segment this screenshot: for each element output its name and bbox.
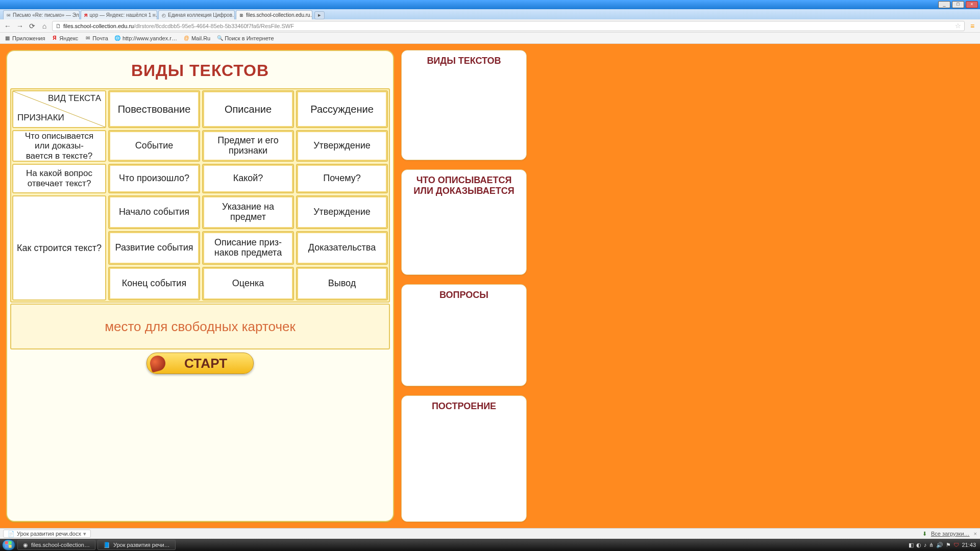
collection-icon: ◴ (162, 12, 166, 18)
chevron-down-icon[interactable]: ▾ (83, 531, 86, 537)
task-chrome[interactable]: ◉files.school-collection… (17, 540, 95, 550)
mail-icon: ✉ (84, 35, 91, 41)
chrome-menu-icon[interactable]: ≡ (968, 21, 977, 31)
header-card-narration[interactable]: Повествование (108, 90, 200, 128)
link-icon: 🌐 (114, 35, 121, 41)
side-card-structure[interactable]: ПОСТРОЕНИЕ (401, 395, 527, 522)
side-column: ВИДЫ ТЕКСТОВ ЧТО ОПИСЫВАЕТСЯ ИЛИ ДОКАЗЫВ… (401, 50, 527, 522)
side-card-types[interactable]: ВИДЫ ТЕКСТОВ (401, 50, 527, 160)
tab-label: Письмо «Re: письмо» — Эл… (13, 12, 80, 18)
card-q2[interactable]: Какой? (202, 164, 294, 193)
url-path: /dlrstore/8cdcdbb5-95e5-4664-85eb-5b3346… (134, 23, 294, 29)
card-end[interactable]: Конец события (108, 267, 200, 300)
page-icon: 🗋 (56, 23, 61, 29)
window-titlebar: _ □ × (0, 0, 980, 9)
new-tab-button[interactable]: ▸ (314, 11, 325, 19)
address-bar[interactable]: 🗋 files.school-collection.edu.ru/dlrstor… (52, 21, 965, 31)
start-button[interactable]: СТАРТ (146, 353, 254, 374)
svg-rect-4 (9, 545, 12, 548)
tab-label: files.school-collection.edu.ru… (246, 12, 312, 18)
tab-label: цор — Яндекс: нашёлся 1 н… (89, 12, 157, 18)
side-card-questions[interactable]: ВОПРОСЫ (401, 284, 527, 386)
word-icon: 📄 (8, 531, 15, 537)
card-eval[interactable]: Оценка (202, 267, 294, 300)
row-label-what: Что описывается или доказы-вается в текс… (12, 130, 106, 162)
flag-icon[interactable]: ⚑ (946, 542, 951, 548)
all-downloads-link[interactable]: Все загрузки… (931, 531, 970, 537)
at-icon: @ (183, 35, 190, 41)
header-card-reasoning[interactable]: Рассуждение (296, 90, 388, 128)
free-cards-area[interactable]: место для свободных карточек (10, 304, 390, 349)
main-panel: ВИДЫ ТЕКСТОВ ВИД ТЕКСТА ПРИЗНАКИ Повеств… (6, 50, 394, 522)
bookmark-mailru[interactable]: @Mail.Ru (183, 35, 210, 41)
yandex-icon: Я (84, 12, 87, 18)
reload-button[interactable]: ⟳ (28, 21, 37, 31)
start-orb[interactable] (2, 539, 15, 550)
bookmark-mail[interactable]: ✉Почта (84, 35, 108, 41)
tray-icon[interactable]: ◧ (909, 542, 914, 548)
search-icon: 🔍 (216, 35, 223, 41)
row-label-structure: Как строится текст? (12, 195, 106, 300)
download-arrow-icon: ⬇ (922, 531, 927, 537)
app-title: ВИДЫ ТЕКСТОВ (7, 61, 393, 80)
page-viewport: ВИДЫ ТЕКСТОВ ВИД ТЕКСТА ПРИЗНАКИ Повеств… (0, 44, 980, 528)
mail-icon: ✉ (7, 12, 11, 18)
bookmark-yandex[interactable]: ЯЯндекс (51, 35, 78, 41)
back-button[interactable]: ← (3, 21, 12, 31)
browser-toolbar: ← → ⟳ ⌂ 🗋 files.school-collection.edu.ru… (0, 19, 980, 33)
browser-tab-0[interactable]: ✉Письмо «Re: письмо» — Эл…× (3, 10, 80, 19)
tray-icon[interactable]: ♪ (924, 542, 927, 548)
taskbar: ◉files.school-collection… 📘Урок развития… (0, 539, 980, 551)
yandex-icon: Я (51, 35, 58, 41)
side-card-what[interactable]: ЧТО ОПИСЫВАЕТСЯ ИЛИ ДОКАЗЫВАЕТСЯ (401, 169, 527, 276)
diag-top: ВИД ТЕКСТА (48, 93, 101, 104)
download-item[interactable]: 📄 Урок развития речи.docx ▾ (3, 530, 91, 538)
system-tray[interactable]: ◧ ◐ ♪ ⋔ 🔊 ⚑ 🛡 21:43 (909, 542, 978, 548)
card-claim[interactable]: Утверждение (296, 195, 388, 229)
card-features[interactable]: Описание приз-наков предмета (202, 231, 294, 265)
network-icon[interactable]: ⋔ (929, 542, 934, 548)
url-host: files.school-collection.edu.ru (63, 23, 134, 29)
window-minimize[interactable]: _ (938, 1, 950, 8)
page-icon: 🗎 (239, 12, 244, 18)
card-subject[interactable]: Предмет и его признаки (202, 130, 294, 162)
browser-tab-2[interactable]: ◴Единая коллекция Цифров…× (158, 10, 235, 19)
diag-bottom: ПРИЗНАКИ (17, 113, 64, 123)
svg-rect-1 (5, 541, 8, 544)
card-event[interactable]: Событие (108, 130, 200, 162)
close-shelf-button[interactable]: × (974, 531, 977, 537)
chrome-icon: ◉ (23, 542, 28, 548)
bookmark-star-icon[interactable]: ☆ (955, 22, 961, 30)
clock[interactable]: 21:43 (962, 542, 976, 548)
card-statement[interactable]: Утверждение (296, 130, 388, 162)
card-develop[interactable]: Развитие события (108, 231, 200, 265)
svg-rect-3 (5, 545, 8, 548)
apps-button[interactable]: ▦Приложения (4, 35, 45, 41)
home-button[interactable]: ⌂ (40, 21, 49, 31)
shield-icon[interactable]: 🛡 (953, 542, 959, 548)
card-begin[interactable]: Начало события (108, 195, 200, 229)
browser-tab-3[interactable]: 🗎files.school-collection.edu.ru…× (236, 10, 312, 19)
header-card-description[interactable]: Описание (202, 90, 294, 128)
card-concl[interactable]: Вывод (296, 267, 388, 300)
tab-label: Единая коллекция Цифров… (168, 12, 235, 18)
volume-icon[interactable]: 🔊 (936, 542, 943, 548)
tab-strip: ✉Письмо «Re: письмо» — Эл…× Яцор — Яндек… (0, 9, 980, 19)
task-word[interactable]: 📘Урок развития речи… (97, 540, 176, 550)
card-point[interactable]: Указание на предмет (202, 195, 294, 229)
bookmark-yandex-url[interactable]: 🌐http://www.yandex.r… (114, 35, 177, 41)
word-icon: 📘 (103, 542, 110, 548)
card-proof[interactable]: Доказательства (296, 231, 388, 265)
window-maximize[interactable]: □ (952, 1, 964, 8)
forward-button[interactable]: → (15, 21, 24, 31)
browser-tab-1[interactable]: Яцор — Яндекс: нашёлся 1 н…× (81, 10, 157, 19)
apps-icon: ▦ (4, 35, 11, 41)
classification-grid: ВИД ТЕКСТА ПРИЗНАКИ Повествование Описан… (10, 88, 390, 303)
bookmarks-bar: ▦Приложения ЯЯндекс ✉Почта 🌐http://www.y… (0, 33, 980, 44)
card-q3[interactable]: Почему? (296, 164, 388, 193)
card-q1[interactable]: Что произошло? (108, 164, 200, 193)
app-title-area: ВИДЫ ТЕКСТОВ (7, 51, 393, 88)
tray-icon[interactable]: ◐ (916, 542, 921, 548)
window-close[interactable]: × (966, 1, 978, 8)
bookmark-search[interactable]: 🔍Поиск в Интернете (216, 35, 274, 41)
